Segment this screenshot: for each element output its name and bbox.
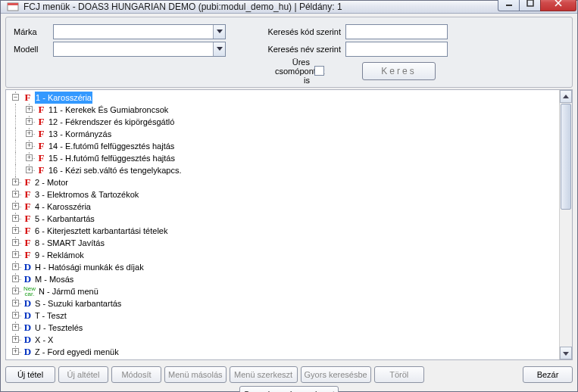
tree-node[interactable]: +F15 - H.futómű felfüggesztés hajtás [9, 152, 559, 164]
new-subitem-button[interactable]: Új altétel [58, 366, 108, 383]
tree-expander[interactable]: − [12, 94, 19, 101]
close-window-button[interactable]: Bezár [523, 366, 573, 383]
tree-tag-icon: F [23, 225, 33, 237]
quick-search-edit-button[interactable]: Gyors keresés szerkeszt [239, 386, 338, 392]
to-quick-search-button[interactable]: Gyors keresésbe [301, 366, 371, 383]
tree-node[interactable]: +Newcar.N - Jármű menü [9, 285, 559, 297]
tree-node[interactable]: +F4 - Karosszéria [9, 201, 559, 213]
tree-tag-icon: D [23, 334, 33, 346]
tree-node-label: 12 - Fékrendszer és kipörgésgátló [48, 116, 174, 128]
tree-node[interactable]: +DU - Tesztelés [9, 322, 559, 334]
tree-node[interactable]: +DZ - Ford egyedi menük [9, 346, 559, 358]
tree-node[interactable]: +F12 - Fékrendszer és kipörgésgátló [9, 116, 559, 128]
tree-expander[interactable]: + [12, 179, 19, 185]
search-button[interactable]: Keres [362, 62, 436, 80]
tree-node-label: S - Suzuki karbantartás [35, 297, 121, 310]
tree-expander[interactable]: + [12, 312, 19, 319]
tree-node[interactable]: +F11 - Kerekek És Gumiabroncsok [9, 104, 559, 116]
tree-node[interactable]: +DT - Teszt [9, 310, 559, 322]
tree-expander[interactable]: + [12, 324, 19, 331]
button-bar: Új tétel Új altétel Módosít Menü másolás… [1, 363, 577, 386]
tree-node-label: 6 - Kiterjesztett karbantartási tételek [35, 225, 167, 237]
tree-expander[interactable]: + [12, 251, 19, 258]
tree-tag-icon: D [23, 310, 33, 322]
tree-node[interactable]: +F6 - Kiterjesztett karbantartási tétele… [9, 225, 559, 237]
tree-node[interactable]: +F3 - Elektromos & Tartozékok [9, 188, 559, 201]
tree-tag-icon: F [36, 128, 46, 140]
svg-rect-3 [527, 0, 533, 6]
tree-expander[interactable]: + [12, 239, 19, 246]
tree-node-label: X - X [35, 334, 53, 346]
tree-expander[interactable]: + [26, 154, 33, 161]
delete-button[interactable]: Töröl [374, 366, 424, 383]
tree-tag-icon: Newcar. [23, 286, 36, 297]
tree-expander[interactable]: + [12, 336, 19, 343]
search-name-input[interactable] [345, 42, 448, 57]
filter-panel: Márka Keresés kód szerint Modell Keresés… [5, 17, 573, 88]
tree-tag-icon: D [23, 346, 33, 358]
tree-expander[interactable]: + [26, 166, 33, 173]
tree-expander[interactable]: + [12, 300, 19, 306]
brand-label: Márka [14, 27, 53, 36]
tree-node[interactable]: +DS - Suzuki karbantartás [9, 297, 559, 310]
svg-rect-1 [8, 3, 18, 5]
scroll-thumb[interactable] [561, 104, 571, 210]
tree-node[interactable]: −F1 - Karosszéria [9, 92, 559, 104]
tree-node-label: 2 - Motor [35, 176, 68, 188]
titlebar: FCJ menük - DOAS3 HUNGARIAN DEMO (pubi:m… [1, 1, 577, 14]
tree-node-label: 14 - E.futómű felfüggesztés hajtás [48, 140, 174, 152]
tree-node-label: 5 - Karbantartás [35, 213, 95, 225]
model-combo[interactable] [53, 42, 226, 57]
tree-scroll[interactable]: −F1 - Karosszéria+F11 - Kerekek És Gumia… [6, 90, 559, 359]
tree-expander[interactable]: + [12, 191, 19, 198]
tree-tag-icon: F [36, 104, 46, 116]
tree-node-label: 9 - Reklámok [35, 249, 84, 261]
tree-expander[interactable]: + [12, 227, 19, 234]
minimize-button[interactable] [498, 0, 520, 11]
menu-edit-button[interactable]: Menü szerkeszt [230, 366, 298, 383]
empty-nodes-checkbox[interactable] [314, 66, 324, 76]
search-code-input[interactable] [345, 24, 448, 39]
tree-expander[interactable]: + [26, 142, 33, 149]
tree-expander[interactable]: + [12, 263, 19, 270]
tree-node[interactable]: +F14 - E.futómű felfüggesztés hajtás [9, 140, 559, 152]
tree-expander[interactable]: + [26, 106, 33, 113]
tree-node[interactable]: +DM - Mosás [9, 273, 559, 285]
tree-node-label: U - Tesztelés [35, 322, 83, 334]
menu-copy-button[interactable]: Menü másolás [164, 366, 227, 383]
tree-node[interactable]: +F2 - Motor [9, 176, 559, 188]
tree-node[interactable]: +F5 - Karbantartás [9, 213, 559, 225]
tree-tag-icon: D [23, 322, 33, 334]
modify-button[interactable]: Módosít [111, 366, 161, 383]
tree-node-label: 13 - Kormányzás [48, 128, 111, 140]
tree-node[interactable]: +DH - Hatósági munkák és díjak [9, 261, 559, 273]
tree-expander[interactable]: + [12, 348, 19, 355]
tree-node[interactable]: +F9 - Reklámok [9, 249, 559, 261]
tree-node[interactable]: +F13 - Kormányzás [9, 128, 559, 140]
empty-nodes-label: Üres csomópontok is [275, 58, 314, 85]
tree-tag-icon: F [23, 201, 33, 213]
tree-expander[interactable]: + [12, 275, 19, 282]
tree-node[interactable]: +F16 - Kézi seb.váltó és tengelykapcs. [9, 164, 559, 176]
close-button[interactable] [540, 0, 576, 11]
new-item-button[interactable]: Új tétel [5, 366, 55, 383]
tree-node[interactable]: +DX - X [9, 334, 559, 346]
brand-combo[interactable] [53, 24, 226, 39]
scroll-up-arrow[interactable] [560, 90, 572, 103]
search-code-label: Keresés kód szerint [264, 27, 345, 36]
window-controls [498, 0, 577, 11]
vertical-scrollbar[interactable] [559, 90, 572, 359]
tree-tag-icon: D [23, 297, 33, 310]
tree-node-label: N - Jármű menü [39, 285, 98, 297]
tree-expander[interactable]: + [26, 118, 33, 125]
scroll-down-arrow[interactable] [560, 347, 572, 359]
maximize-button[interactable] [519, 0, 541, 11]
tree-expander[interactable]: + [12, 215, 19, 222]
tree-node-label: M - Mosás [35, 273, 73, 285]
tree-expander[interactable]: + [12, 288, 19, 294]
tree-expander[interactable]: + [12, 203, 19, 210]
tree-node[interactable]: +F8 - SMART Javítás [9, 237, 559, 249]
tree-node-label: H - Hatósági munkák és díjak [35, 261, 144, 273]
tree-expander[interactable]: + [26, 130, 33, 137]
tree-tag-icon: F [23, 92, 33, 104]
